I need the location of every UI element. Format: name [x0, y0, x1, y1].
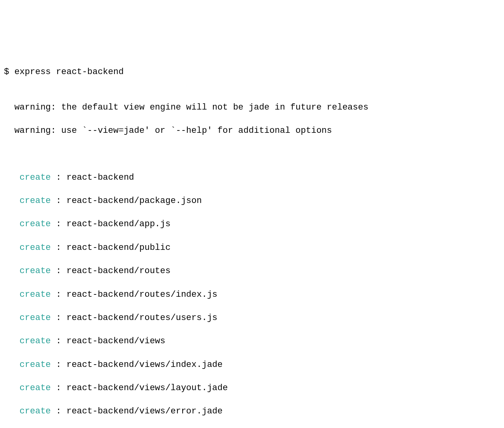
create-label: create: [4, 383, 51, 393]
shell-prompt: $: [4, 67, 14, 77]
created-path: react-backend/routes/users.js: [66, 313, 217, 323]
create-line: create : react-backend/views/error.jade: [4, 406, 500, 417]
separator: :: [51, 406, 67, 416]
create-label: create: [4, 243, 51, 253]
separator: :: [51, 266, 67, 276]
create-label: create: [4, 360, 51, 370]
separator: :: [51, 173, 67, 182]
create-line: create : react-backend/app.js: [4, 218, 500, 230]
create-line: create : react-backend/public: [4, 242, 500, 254]
create-label: create: [4, 313, 51, 323]
created-path: react-backend: [66, 173, 134, 182]
separator: :: [51, 243, 67, 253]
created-path: react-backend/routes/index.js: [66, 290, 217, 300]
create-line: create : react-backend/package.json: [4, 195, 500, 207]
typed-command: express react-backend: [14, 67, 123, 77]
create-label: create: [4, 219, 51, 229]
created-path: react-backend/package.json: [66, 196, 202, 206]
separator: :: [51, 383, 67, 393]
warning-line: warning: the default view engine will no…: [4, 102, 500, 114]
created-path: react-backend/views/layout.jade: [66, 383, 228, 393]
create-line: create : react-backend/routes/users.js: [4, 312, 500, 324]
create-label: create: [4, 336, 51, 346]
created-path: react-backend/public: [66, 243, 170, 253]
separator: :: [51, 360, 67, 370]
create-label: create: [4, 290, 51, 300]
created-path: react-backend/views: [66, 336, 165, 346]
created-path: react-backend/views/error.jade: [66, 406, 222, 416]
separator: :: [51, 313, 67, 323]
create-line: create : react-backend/views/index.jade: [4, 359, 500, 371]
create-line: create : react-backend/routes/index.js: [4, 289, 500, 301]
separator: :: [51, 290, 67, 300]
terminal-output: $ express react-backend warning: the def…: [4, 55, 500, 428]
created-path: react-backend/views/index.jade: [66, 360, 222, 370]
separator: :: [51, 219, 67, 229]
create-label: create: [4, 406, 51, 416]
separator: :: [51, 336, 67, 346]
create-label: create: [4, 196, 51, 206]
created-path: react-backend/app.js: [66, 219, 170, 229]
created-path: react-backend/routes: [66, 266, 170, 276]
create-label: create: [4, 266, 51, 276]
create-line: create : react-backend/views: [4, 335, 500, 347]
create-label: create: [4, 173, 51, 182]
separator: :: [51, 196, 67, 206]
create-line: create : react-backend/routes: [4, 265, 500, 277]
create-line: create : react-backend/views/layout.jade: [4, 382, 500, 394]
command-line: $ express react-backend: [4, 66, 500, 78]
create-line: create : react-backend: [4, 172, 500, 184]
warning-line: warning: use `--view=jade' or `--help' f…: [4, 125, 500, 137]
